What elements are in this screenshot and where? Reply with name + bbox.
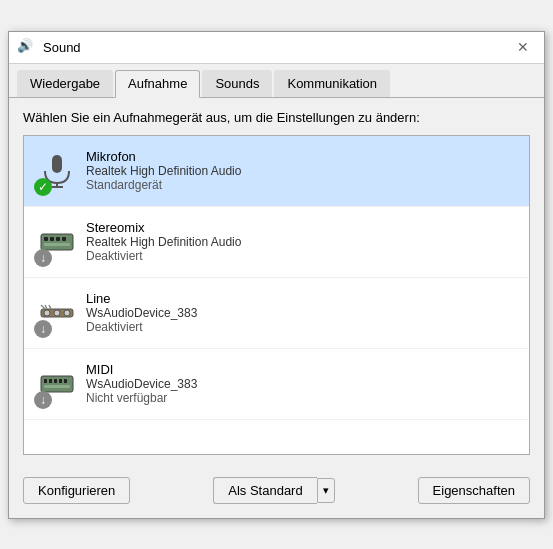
svg-rect-7 bbox=[62, 237, 66, 241]
device-driver-line: WsAudioDevice_383 bbox=[86, 306, 521, 320]
svg-line-13 bbox=[41, 305, 45, 309]
svg-rect-19 bbox=[54, 379, 57, 383]
svg-rect-8 bbox=[44, 243, 70, 246]
tab-kommunikation[interactable]: Kommunikation bbox=[274, 70, 390, 97]
device-info-stereomix: Stereomix Realtek High Definition Audio … bbox=[82, 220, 521, 263]
status-badge-line: ↓ bbox=[34, 320, 52, 338]
device-status-stereomix: Deaktiviert bbox=[86, 249, 521, 263]
svg-rect-18 bbox=[49, 379, 52, 383]
tab-sounds[interactable]: Sounds bbox=[202, 70, 272, 97]
device-status-mikrofon: Standardgerät bbox=[86, 178, 521, 192]
device-item-line[interactable]: ↓ Line WsAudioDevice_383 Deaktiviert bbox=[24, 278, 529, 349]
window-title: Sound bbox=[43, 40, 510, 55]
eigenschaften-button[interactable]: Eigenschaften bbox=[418, 477, 530, 504]
svg-point-12 bbox=[64, 310, 70, 316]
sound-dialog: 🔊 Sound ✕ Wiedergabe Aufnahme Sounds Kom… bbox=[8, 31, 545, 519]
svg-rect-20 bbox=[59, 379, 62, 383]
device-item-stereomix[interactable]: ↓ Stereomix Realtek High Definition Audi… bbox=[24, 207, 529, 278]
device-icon-wrap-midi: ↓ bbox=[32, 359, 82, 409]
device-status-midi: Nicht verfügbar bbox=[86, 391, 521, 405]
svg-point-11 bbox=[54, 310, 60, 316]
button-bar: Konfigurieren Als Standard ▾ Eigenschaft… bbox=[9, 467, 544, 518]
device-driver-mikrofon: Realtek High Definition Audio bbox=[86, 164, 521, 178]
window-icon: 🔊 bbox=[17, 38, 35, 56]
device-name-line: Line bbox=[86, 291, 521, 306]
configure-button[interactable]: Konfigurieren bbox=[23, 477, 130, 504]
device-item-mikrofon[interactable]: ✓ Mikrofon Realtek High Definition Audio… bbox=[24, 136, 529, 207]
device-info-line: Line WsAudioDevice_383 Deaktiviert bbox=[82, 291, 521, 334]
tab-wiedergabe[interactable]: Wiedergabe bbox=[17, 70, 113, 97]
svg-rect-17 bbox=[44, 379, 47, 383]
device-name-mikrofon: Mikrofon bbox=[86, 149, 521, 164]
device-info-midi: MIDI WsAudioDevice_383 Nicht verfügbar bbox=[82, 362, 521, 405]
als-standard-button[interactable]: Als Standard bbox=[213, 477, 316, 504]
als-standard-dropdown-button[interactable]: ▾ bbox=[317, 478, 335, 503]
svg-line-15 bbox=[49, 305, 51, 309]
svg-rect-16 bbox=[41, 376, 73, 392]
instructions-text: Wählen Sie ein Aufnahmegerät aus, um die… bbox=[23, 110, 530, 125]
device-icon-wrap-stereomix: ↓ bbox=[32, 217, 82, 267]
svg-rect-0 bbox=[52, 155, 62, 173]
device-list[interactable]: ✓ Mikrofon Realtek High Definition Audio… bbox=[23, 135, 530, 455]
svg-rect-6 bbox=[56, 237, 60, 241]
device-name-stereomix: Stereomix bbox=[86, 220, 521, 235]
device-driver-midi: WsAudioDevice_383 bbox=[86, 377, 521, 391]
svg-point-10 bbox=[44, 310, 50, 316]
svg-rect-5 bbox=[50, 237, 54, 241]
svg-rect-3 bbox=[41, 234, 73, 250]
status-badge-mikrofon: ✓ bbox=[34, 178, 52, 196]
tab-aufnahme[interactable]: Aufnahme bbox=[115, 70, 200, 98]
tab-bar: Wiedergabe Aufnahme Sounds Kommunikation bbox=[9, 64, 544, 98]
als-standard-group: Als Standard ▾ bbox=[213, 477, 334, 504]
device-item-midi[interactable]: ↓ MIDI WsAudioDevice_383 Nicht verfügbar bbox=[24, 349, 529, 420]
device-status-line: Deaktiviert bbox=[86, 320, 521, 334]
close-button[interactable]: ✕ bbox=[510, 34, 536, 60]
device-info-mikrofon: Mikrofon Realtek High Definition Audio S… bbox=[82, 149, 521, 192]
device-name-midi: MIDI bbox=[86, 362, 521, 377]
svg-rect-22 bbox=[44, 385, 70, 388]
status-badge-stereomix: ↓ bbox=[34, 249, 52, 267]
svg-rect-4 bbox=[44, 237, 48, 241]
title-bar: 🔊 Sound ✕ bbox=[9, 32, 544, 64]
device-driver-stereomix: Realtek High Definition Audio bbox=[86, 235, 521, 249]
device-icon-wrap-line: ↓ bbox=[32, 288, 82, 338]
status-badge-midi: ↓ bbox=[34, 391, 52, 409]
content-area: Wählen Sie ein Aufnahmegerät aus, um die… bbox=[9, 98, 544, 467]
device-icon-wrap-mikrofon: ✓ bbox=[32, 146, 82, 196]
svg-rect-21 bbox=[64, 379, 67, 383]
